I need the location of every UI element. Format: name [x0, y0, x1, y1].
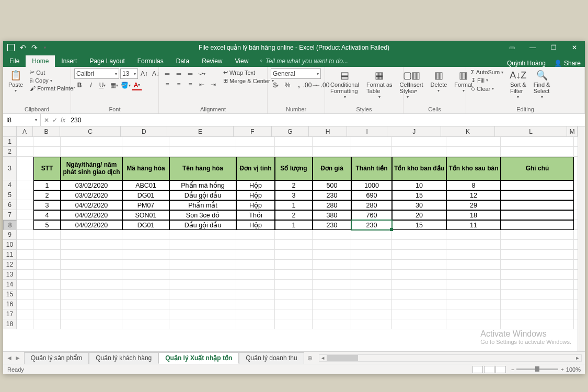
empty-cell[interactable] [33, 319, 61, 329]
empty-cell[interactable] [313, 309, 351, 319]
empty-cell[interactable] [61, 260, 122, 270]
table-cell[interactable]: 04/02/2020 [61, 200, 122, 210]
tab-view[interactable]: View [229, 55, 255, 67]
ribbon-options-icon[interactable]: ▭ [501, 41, 522, 54]
empty-cell[interactable] [446, 137, 501, 147]
find-select-button[interactable]: 🔍Find & Select▾ [532, 68, 552, 100]
empty-cell[interactable] [33, 260, 61, 270]
maximize-icon[interactable]: ❐ [543, 41, 564, 54]
empty-cell[interactable] [574, 250, 578, 260]
horizontal-scrollbar[interactable]: ◄► [319, 354, 582, 362]
column-header-E[interactable]: E [167, 126, 234, 137]
tab-page-layout[interactable]: Page Layout [83, 55, 131, 67]
table-header[interactable]: Ghi chú [501, 157, 574, 180]
table-cell[interactable]: 1000 [351, 180, 392, 190]
empty-cell[interactable] [392, 270, 446, 280]
empty-cell[interactable] [33, 309, 61, 319]
sheet-tab[interactable]: Quản lý doanh thu [239, 352, 304, 364]
empty-cell[interactable] [33, 299, 61, 309]
vertical-scrollbar[interactable] [578, 126, 585, 351]
empty-cell[interactable] [61, 147, 122, 157]
empty-cell[interactable] [574, 240, 578, 250]
empty-cell[interactable] [351, 319, 392, 329]
empty-cell[interactable] [574, 180, 578, 190]
row-header-17[interactable]: 17 [3, 309, 17, 319]
table-cell[interactable] [501, 190, 574, 200]
empty-cell[interactable] [392, 250, 446, 260]
empty-cell[interactable] [122, 240, 169, 250]
empty-cell[interactable] [351, 230, 392, 240]
tab-file[interactable]: File [3, 55, 26, 67]
empty-cell[interactable] [275, 230, 313, 240]
empty-cell[interactable] [236, 280, 275, 290]
empty-cell[interactable] [313, 250, 351, 260]
table-cell[interactable]: Dầu gội đầu [169, 190, 236, 200]
empty-cell[interactable] [236, 299, 275, 309]
empty-cell[interactable] [313, 270, 351, 280]
spreadsheet-grid[interactable]: ABCDEFGHIJKLM 12345678910111213141516171… [3, 126, 585, 351]
format-painter-button[interactable]: 🖌 Format Painter [28, 85, 77, 92]
empty-cell[interactable] [61, 137, 122, 147]
empty-cell[interactable] [122, 319, 169, 329]
enter-formula-icon[interactable]: ✓ [52, 117, 57, 124]
empty-cell[interactable] [236, 230, 275, 240]
sort-filter-button[interactable]: A↓ZSort & Filter▾ [508, 68, 528, 100]
table-cell[interactable]: 380 [313, 210, 351, 220]
empty-cell[interactable] [169, 147, 236, 157]
empty-cell[interactable] [574, 260, 578, 270]
empty-cell[interactable] [351, 250, 392, 260]
font-color-icon[interactable]: A▾ [132, 80, 142, 90]
row-header-6[interactable]: 6 [3, 200, 17, 210]
row-header-4[interactable]: 4 [3, 180, 17, 190]
column-header-B[interactable]: B [33, 126, 60, 137]
empty-cell[interactable] [17, 147, 33, 157]
table-cell[interactable]: Hộp [236, 180, 275, 190]
zoom-level[interactable]: 100% [566, 366, 581, 373]
empty-cell[interactable] [17, 319, 33, 329]
empty-cell[interactable] [275, 319, 313, 329]
empty-cell[interactable] [574, 190, 578, 200]
table-cell[interactable]: Hộp [236, 200, 275, 210]
tab-formulas[interactable]: Formulas [131, 55, 170, 67]
table-cell[interactable]: 230 [351, 220, 392, 230]
empty-cell[interactable] [122, 250, 169, 260]
cut-button[interactable]: ✂ Cut [28, 68, 77, 76]
empty-cell[interactable] [574, 230, 578, 240]
empty-cell[interactable] [236, 240, 275, 250]
empty-cell[interactable] [501, 309, 574, 319]
conditional-formatting-button[interactable]: ▤Conditional Formatting▾ [328, 68, 361, 100]
table-cell[interactable] [501, 200, 574, 210]
formula-input[interactable]: 230 [68, 117, 585, 124]
copy-button[interactable]: ⎘ Copy ▾ [28, 77, 77, 84]
empty-cell[interactable] [275, 240, 313, 250]
empty-cell[interactable] [17, 137, 33, 147]
column-header-M[interactable]: M [567, 126, 578, 137]
empty-cell[interactable] [392, 260, 446, 270]
share-button[interactable]: 👤 Share [554, 60, 581, 67]
empty-cell[interactable] [169, 137, 236, 147]
empty-cell[interactable] [236, 147, 275, 157]
empty-cell[interactable] [351, 299, 392, 309]
empty-cell[interactable] [122, 309, 169, 319]
table-cell[interactable]: 500 [313, 180, 351, 190]
sheet-tab[interactable]: Quản lý Xuất nhập tồn [158, 352, 239, 364]
empty-cell[interactable] [33, 230, 61, 240]
empty-cell[interactable] [446, 299, 501, 309]
tell-me-input[interactable]: ♀ Tell me what you want to do... [255, 55, 352, 67]
accounting-format-icon[interactable]: $▾ [271, 80, 281, 90]
table-cell[interactable]: 5 [33, 220, 61, 230]
empty-cell[interactable] [392, 309, 446, 319]
table-header[interactable]: Số lượng [275, 157, 313, 180]
empty-cell[interactable] [313, 319, 351, 329]
table-cell[interactable]: Dầu gội đầu [169, 220, 236, 230]
row-header-3[interactable]: 3 [3, 157, 17, 180]
empty-cell[interactable] [313, 137, 351, 147]
empty-cell[interactable] [169, 280, 236, 290]
font-size-select[interactable]: 13▾ [120, 68, 138, 79]
tab-insert[interactable]: Insert [55, 55, 83, 67]
table-header[interactable]: Tồn kho sau bán [446, 157, 501, 180]
select-all-corner[interactable] [3, 126, 17, 137]
empty-cell[interactable] [501, 270, 574, 280]
empty-cell[interactable] [313, 260, 351, 270]
table-header[interactable]: Tồn kho ban đầu [392, 157, 446, 180]
